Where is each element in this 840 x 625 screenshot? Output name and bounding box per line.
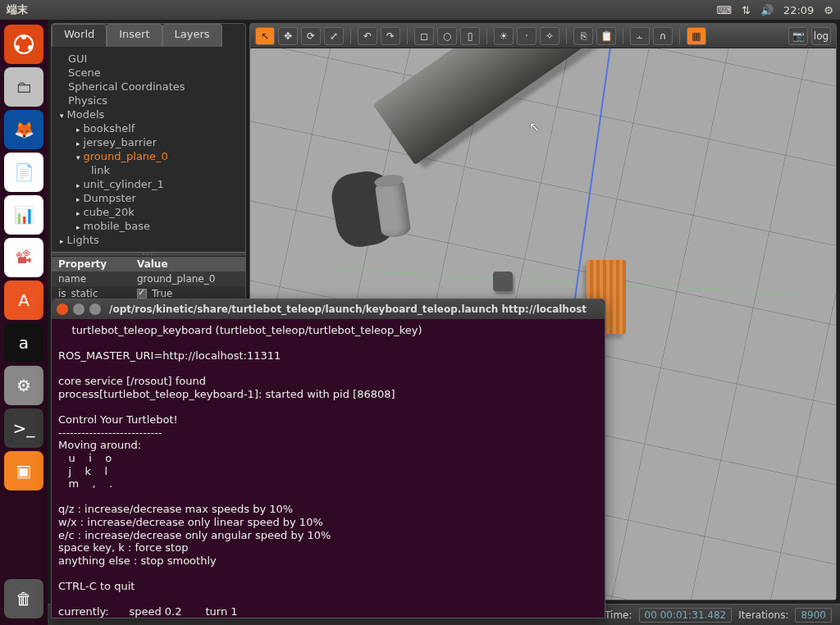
launcher-amazon[interactable]: a <box>4 323 43 363</box>
scale-tool-icon[interactable]: ⤢ <box>324 27 344 45</box>
copy-icon[interactable]: ⎘ <box>573 27 593 45</box>
world-tabs: World Insert Layers <box>52 24 245 47</box>
keyboard-indicator-icon[interactable]: ⌨ <box>716 4 732 16</box>
launcher-software[interactable]: A <box>4 281 43 320</box>
active-app-title: 端末 <box>7 2 28 17</box>
snap-icon[interactable]: ∩ <box>653 27 673 45</box>
rotate-tool-icon[interactable]: ⟳ <box>301 27 321 45</box>
panel-splitter[interactable] <box>52 252 245 257</box>
property-row-name[interactable]: name ground_plane_0 <box>52 271 245 286</box>
terminal-title: /opt/ros/kinetic/share/turtlebot_teleop/… <box>109 303 587 315</box>
tree-ground-plane[interactable]: ground_plane_0 <box>57 149 245 163</box>
tree-jersey-barrier[interactable]: jersey_barrier <box>57 135 245 149</box>
tab-insert[interactable]: Insert <box>107 24 162 47</box>
tree-link[interactable]: link <box>57 163 245 177</box>
launcher-terminal[interactable]: >_ <box>4 408 43 448</box>
svg-point-3 <box>28 45 33 50</box>
tree-scene[interactable]: Scene <box>57 66 245 80</box>
launcher-ubuntu[interactable] <box>4 25 43 64</box>
mouse-cursor-icon: ↖ <box>529 119 540 135</box>
log-icon[interactable]: log <box>811 27 831 45</box>
checkbox-icon[interactable] <box>137 289 147 299</box>
tree-bookshelf[interactable]: bookshelf <box>57 121 245 135</box>
launcher-gazebo[interactable]: ▣ <box>4 451 43 490</box>
launcher-settings[interactable]: ⚙ <box>4 366 43 405</box>
property-header: Property Value <box>52 257 245 271</box>
pointlight-icon[interactable]: · <box>517 27 536 45</box>
svg-point-1 <box>21 34 26 39</box>
sound-icon[interactable]: 🔊 <box>760 4 774 16</box>
iterations-label: Iterations: <box>738 609 788 621</box>
view-icon[interactable]: ▦ <box>687 27 706 45</box>
camera-icon[interactable]: 📷 <box>788 27 808 45</box>
terminal-body[interactable]: turtlebot_teleop_keyboard (turtlebot_tel… <box>52 319 605 618</box>
tree-spherical[interactable]: Spherical Coordinates <box>57 80 245 94</box>
launcher-writer[interactable]: 📄 <box>4 153 43 192</box>
align-icon[interactable]: ⫠ <box>630 27 650 45</box>
tree-models[interactable]: Models <box>57 107 245 121</box>
system-tray: ⌨ ⇅ 🔊 22:09 ⚙ <box>716 4 833 16</box>
tree-lights[interactable]: Lights <box>57 233 245 247</box>
undo-icon[interactable]: ↶ <box>358 27 377 45</box>
gear-icon[interactable]: ⚙ <box>824 4 833 16</box>
svg-point-2 <box>15 45 20 50</box>
launcher-files[interactable]: 🗀 <box>4 67 43 107</box>
tab-layers[interactable]: Layers <box>162 24 222 47</box>
tree-cube20k[interactable]: cube_20k <box>57 205 245 219</box>
close-icon[interactable] <box>57 303 68 315</box>
clock[interactable]: 22:09 <box>783 4 814 16</box>
maximize-icon[interactable] <box>89 303 101 315</box>
launcher-calc[interactable]: 📊 <box>4 195 43 235</box>
terminal-window[interactable]: /opt/ros/kinetic/share/turtlebot_teleop/… <box>51 299 605 618</box>
box-icon[interactable]: ◻ <box>414 27 434 45</box>
move-tool-icon[interactable]: ✥ <box>278 27 298 45</box>
cylinder-icon[interactable]: ▯ <box>460 27 480 45</box>
unity-launcher: 🗀 🦊 📄 📊 📽 A a ⚙ >_ ▣ 🗑 <box>0 20 48 625</box>
tree-gui[interactable]: GUI <box>57 52 245 66</box>
tree-physics[interactable]: Physics <box>57 94 245 107</box>
minimize-icon[interactable] <box>73 303 84 315</box>
iterations-value: 8900 <box>795 608 832 623</box>
launcher-firefox[interactable]: 🦊 <box>4 110 43 149</box>
tab-world[interactable]: World <box>52 24 107 47</box>
sun-icon[interactable]: ☀ <box>494 27 514 45</box>
launcher-trash[interactable]: 🗑 <box>4 579 43 618</box>
top-menubar: 端末 ⌨ ⇅ 🔊 22:09 ⚙ <box>0 0 840 20</box>
model-cube20k[interactable] <box>493 271 513 291</box>
tree-mobile-base[interactable]: mobile_base <box>57 219 245 233</box>
terminal-titlebar[interactable]: /opt/ros/kinetic/share/turtlebot_teleop/… <box>52 299 605 319</box>
realtime-value: 00 00:01:31.482 <box>639 608 733 623</box>
redo-icon[interactable]: ↷ <box>381 27 400 45</box>
launcher-impress[interactable]: 📽 <box>4 238 43 277</box>
tree-unit-cylinder[interactable]: unit_cylinder_1 <box>57 177 245 191</box>
gazebo-toolbar: ↖ ✥ ⟳ ⤢ ↶ ↷ ◻ ○ ▯ ☀ · ✧ ⎘ 📋 ⫠ ∩ <box>250 24 836 48</box>
network-icon[interactable]: ⇅ <box>742 4 751 16</box>
world-tree[interactable]: GUI Scene Spherical Coordinates Physics … <box>52 47 245 252</box>
sphere-icon[interactable]: ○ <box>437 27 457 45</box>
spotlight-icon[interactable]: ✧ <box>540 27 559 45</box>
tree-dumpster[interactable]: Dumpster <box>57 191 245 205</box>
select-tool-icon[interactable]: ↖ <box>255 27 275 45</box>
paste-icon[interactable]: 📋 <box>596 27 616 45</box>
